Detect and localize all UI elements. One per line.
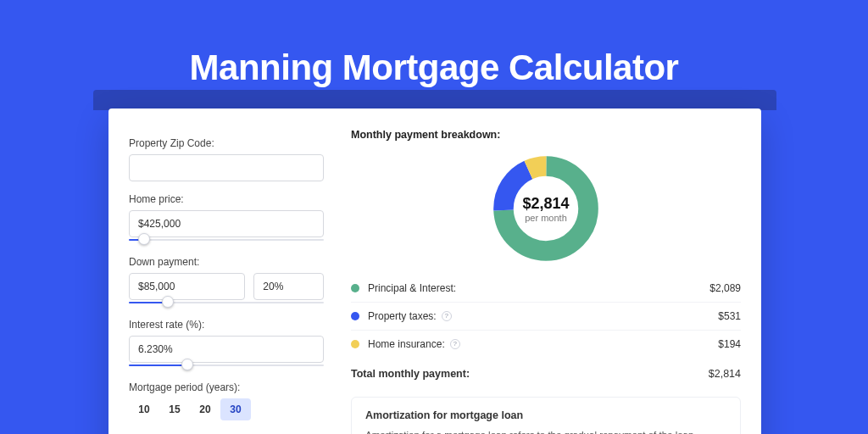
interest-rate-input[interactable] [129, 336, 324, 363]
mortgage-period-label: Mortgage period (years): [129, 381, 324, 393]
breakdown-item-label: Principal & Interest: [368, 282, 709, 294]
interest-rate-slider[interactable] [129, 361, 324, 370]
breakdown-item-label: Property taxes:? [368, 310, 718, 322]
total-label: Total monthly payment: [351, 368, 709, 380]
breakdown-row: Property taxes:?$531 [351, 303, 741, 331]
donut-center-sub: per month [525, 213, 567, 223]
info-icon[interactable]: ? [450, 339, 460, 349]
amortization-heading: Amortization for mortgage loan [365, 409, 726, 421]
home-price-label: Home price: [129, 193, 324, 205]
info-icon[interactable]: ? [442, 311, 452, 321]
breakdown-row: Principal & Interest:$2,089 [351, 275, 741, 303]
amortization-card: Amortization for mortgage loan Amortizat… [351, 397, 741, 434]
breakdown-item-value: $194 [718, 338, 741, 350]
page-title: Manning Mortgage Calculator [0, 47, 868, 88]
legend-dot [351, 312, 359, 320]
period-option-20[interactable]: 20 [190, 398, 220, 420]
down-payment-slider[interactable] [129, 298, 324, 307]
zip-input[interactable] [129, 154, 324, 181]
period-option-15[interactable]: 15 [159, 398, 190, 420]
legend-dot [351, 284, 359, 292]
down-payment-input[interactable] [129, 273, 245, 300]
legend-dot [351, 340, 359, 348]
interest-rate-label: Interest rate (%): [129, 319, 324, 331]
home-price-slider[interactable] [129, 236, 324, 244]
breakdown-item-value: $2,089 [709, 282, 741, 294]
card-titlebar [93, 90, 776, 110]
breakdown-panel: Monthly payment breakdown: $2,814 per mo… [337, 129, 741, 434]
total-row: Total monthly payment: $2,814 [351, 358, 741, 385]
form-panel: Property Zip Code: Home price: Down paym… [129, 129, 337, 434]
breakdown-row: Home insurance:?$194 [351, 331, 741, 358]
period-option-30[interactable]: 30 [220, 398, 251, 420]
mortgage-period-group: 10152030 [129, 398, 324, 420]
total-value: $2,814 [709, 368, 741, 380]
home-price-input[interactable] [129, 210, 324, 237]
breakdown-item-label: Home insurance:? [368, 338, 718, 350]
breakdown-heading: Monthly payment breakdown: [351, 129, 741, 141]
period-option-10[interactable]: 10 [129, 398, 159, 420]
donut-center-amount: $2,814 [522, 195, 569, 213]
breakdown-donut-chart: $2,814 per month [490, 153, 602, 264]
zip-label: Property Zip Code: [129, 137, 324, 149]
breakdown-item-value: $531 [718, 310, 741, 322]
calculator-card: Property Zip Code: Home price: Down paym… [108, 108, 761, 434]
down-payment-label: Down payment: [129, 256, 324, 268]
amortization-body: Amortization for a mortgage loan refers … [365, 428, 726, 434]
down-payment-pct-input[interactable] [253, 273, 324, 300]
